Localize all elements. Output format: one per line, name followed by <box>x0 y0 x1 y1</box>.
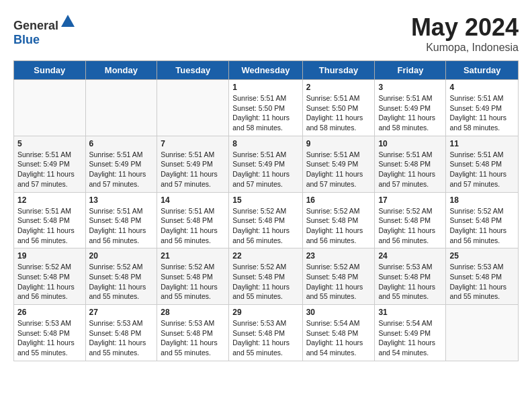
logo: General Blue <box>13 13 76 47</box>
logo-general: General <box>13 19 58 32</box>
calendar-cell: 14Sunrise: 5:51 AM Sunset: 5:48 PM Dayli… <box>157 192 229 248</box>
calendar-cell: 28Sunrise: 5:53 AM Sunset: 5:48 PM Dayli… <box>157 305 229 361</box>
calendar-week-row: 12Sunrise: 5:51 AM Sunset: 5:48 PM Dayli… <box>14 192 519 248</box>
calendar-week-row: 5Sunrise: 5:51 AM Sunset: 5:49 PM Daylig… <box>14 136 519 192</box>
calendar-cell: 15Sunrise: 5:52 AM Sunset: 5:48 PM Dayli… <box>229 192 302 248</box>
weekday-header: Wednesday <box>229 61 302 80</box>
day-info: Sunrise: 5:53 AM Sunset: 5:48 PM Dayligh… <box>449 262 515 302</box>
calendar-cell <box>85 80 157 136</box>
day-info: Sunrise: 5:52 AM Sunset: 5:48 PM Dayligh… <box>232 262 298 302</box>
calendar-cell <box>14 80 86 136</box>
day-number: 27 <box>89 308 154 317</box>
calendar-cell: 18Sunrise: 5:52 AM Sunset: 5:48 PM Dayli… <box>446 192 519 248</box>
day-number: 3 <box>378 83 442 92</box>
calendar-week-row: 1Sunrise: 5:51 AM Sunset: 5:50 PM Daylig… <box>14 80 519 136</box>
day-info: Sunrise: 5:52 AM Sunset: 5:48 PM Dayligh… <box>89 262 154 302</box>
day-number: 23 <box>306 251 371 261</box>
calendar-cell: 17Sunrise: 5:52 AM Sunset: 5:48 PM Dayli… <box>375 192 446 248</box>
day-number: 17 <box>378 195 442 205</box>
weekday-header: Monday <box>85 61 157 80</box>
weekday-header: Friday <box>375 61 446 80</box>
day-info: Sunrise: 5:51 AM Sunset: 5:49 PM Dayligh… <box>89 150 154 189</box>
day-number: 24 <box>378 251 442 261</box>
calendar-cell: 16Sunrise: 5:52 AM Sunset: 5:48 PM Dayli… <box>302 192 375 248</box>
day-number: 26 <box>17 308 82 317</box>
calendar-cell: 22Sunrise: 5:52 AM Sunset: 5:48 PM Dayli… <box>229 248 302 305</box>
weekday-header: Thursday <box>302 61 375 80</box>
calendar-cell: 29Sunrise: 5:53 AM Sunset: 5:48 PM Dayli… <box>229 305 302 361</box>
day-number: 22 <box>232 251 298 261</box>
day-info: Sunrise: 5:52 AM Sunset: 5:48 PM Dayligh… <box>17 262 82 302</box>
day-info: Sunrise: 5:51 AM Sunset: 5:48 PM Dayligh… <box>89 206 154 246</box>
day-number: 6 <box>89 139 154 148</box>
day-info: Sunrise: 5:53 AM Sunset: 5:48 PM Dayligh… <box>232 318 298 358</box>
calendar-cell <box>157 80 229 136</box>
day-number: 9 <box>306 139 371 148</box>
day-number: 25 <box>449 251 515 261</box>
day-number: 18 <box>449 195 515 205</box>
calendar-cell: 13Sunrise: 5:51 AM Sunset: 5:48 PM Dayli… <box>85 192 157 248</box>
calendar-cell: 6Sunrise: 5:51 AM Sunset: 5:49 PM Daylig… <box>85 136 157 192</box>
day-number: 14 <box>161 195 225 205</box>
day-number: 10 <box>378 139 442 148</box>
calendar-cell: 23Sunrise: 5:52 AM Sunset: 5:48 PM Dayli… <box>302 248 375 305</box>
day-number: 31 <box>378 308 442 317</box>
day-info: Sunrise: 5:51 AM Sunset: 5:50 PM Dayligh… <box>306 93 371 133</box>
day-info: Sunrise: 5:52 AM Sunset: 5:48 PM Dayligh… <box>161 262 225 302</box>
calendar-cell: 20Sunrise: 5:52 AM Sunset: 5:48 PM Dayli… <box>85 248 157 305</box>
calendar-cell: 2Sunrise: 5:51 AM Sunset: 5:50 PM Daylig… <box>302 80 375 136</box>
calendar-cell: 3Sunrise: 5:51 AM Sunset: 5:49 PM Daylig… <box>375 80 446 136</box>
calendar-cell: 12Sunrise: 5:51 AM Sunset: 5:48 PM Dayli… <box>14 192 86 248</box>
day-info: Sunrise: 5:52 AM Sunset: 5:48 PM Dayligh… <box>232 206 298 246</box>
weekday-header: Saturday <box>446 61 519 80</box>
calendar-cell: 7Sunrise: 5:51 AM Sunset: 5:49 PM Daylig… <box>157 136 229 192</box>
day-number: 29 <box>232 308 298 317</box>
day-number: 13 <box>89 195 154 205</box>
logo-blue: Blue <box>13 33 40 46</box>
calendar-cell: 1Sunrise: 5:51 AM Sunset: 5:50 PM Daylig… <box>229 80 302 136</box>
calendar-table: SundayMondayTuesdayWednesdayThursdayFrid… <box>13 60 519 361</box>
day-info: Sunrise: 5:51 AM Sunset: 5:49 PM Dayligh… <box>306 150 371 189</box>
calendar-cell: 19Sunrise: 5:52 AM Sunset: 5:48 PM Dayli… <box>14 248 86 305</box>
calendar-cell: 11Sunrise: 5:51 AM Sunset: 5:48 PM Dayli… <box>446 136 519 192</box>
day-info: Sunrise: 5:52 AM Sunset: 5:48 PM Dayligh… <box>449 206 515 246</box>
day-number: 11 <box>449 139 515 148</box>
day-info: Sunrise: 5:53 AM Sunset: 5:48 PM Dayligh… <box>17 318 82 358</box>
day-number: 7 <box>161 139 225 148</box>
day-info: Sunrise: 5:51 AM Sunset: 5:49 PM Dayligh… <box>17 150 82 189</box>
calendar-cell: 25Sunrise: 5:53 AM Sunset: 5:48 PM Dayli… <box>446 248 519 305</box>
calendar-cell: 5Sunrise: 5:51 AM Sunset: 5:49 PM Daylig… <box>14 136 86 192</box>
day-info: Sunrise: 5:51 AM Sunset: 5:48 PM Dayligh… <box>161 206 225 246</box>
day-info: Sunrise: 5:51 AM Sunset: 5:48 PM Dayligh… <box>449 150 515 189</box>
day-number: 1 <box>232 83 298 92</box>
calendar-week-row: 26Sunrise: 5:53 AM Sunset: 5:48 PM Dayli… <box>14 305 519 361</box>
calendar-cell: 24Sunrise: 5:53 AM Sunset: 5:48 PM Dayli… <box>375 248 446 305</box>
calendar-cell: 30Sunrise: 5:54 AM Sunset: 5:48 PM Dayli… <box>302 305 375 361</box>
calendar-cell: 21Sunrise: 5:52 AM Sunset: 5:48 PM Dayli… <box>157 248 229 305</box>
day-info: Sunrise: 5:52 AM Sunset: 5:48 PM Dayligh… <box>306 262 371 302</box>
day-info: Sunrise: 5:54 AM Sunset: 5:49 PM Dayligh… <box>378 318 442 358</box>
weekday-header: Sunday <box>14 61 86 80</box>
day-number: 16 <box>306 195 371 205</box>
calendar-cell: 31Sunrise: 5:54 AM Sunset: 5:49 PM Dayli… <box>375 305 446 361</box>
calendar-cell: 4Sunrise: 5:51 AM Sunset: 5:49 PM Daylig… <box>446 80 519 136</box>
calendar-cell <box>446 305 519 361</box>
day-info: Sunrise: 5:51 AM Sunset: 5:49 PM Dayligh… <box>161 150 225 189</box>
day-number: 20 <box>89 251 154 261</box>
calendar-week-row: 19Sunrise: 5:52 AM Sunset: 5:48 PM Dayli… <box>14 248 519 305</box>
day-info: Sunrise: 5:53 AM Sunset: 5:48 PM Dayligh… <box>89 318 154 358</box>
day-number: 8 <box>232 139 298 148</box>
title-area: May 2024 Kumopa, Indonesia <box>411 13 519 54</box>
day-info: Sunrise: 5:52 AM Sunset: 5:48 PM Dayligh… <box>306 206 371 246</box>
day-number: 30 <box>306 308 371 317</box>
day-number: 15 <box>232 195 298 205</box>
svg-marker-0 <box>61 15 75 27</box>
day-number: 4 <box>449 83 515 92</box>
calendar-cell: 26Sunrise: 5:53 AM Sunset: 5:48 PM Dayli… <box>14 305 86 361</box>
day-number: 28 <box>161 308 225 317</box>
month-title: May 2024 <box>411 13 519 42</box>
day-number: 12 <box>17 195 82 205</box>
day-number: 2 <box>306 83 371 92</box>
day-info: Sunrise: 5:51 AM Sunset: 5:49 PM Dayligh… <box>449 93 515 133</box>
weekday-header-row: SundayMondayTuesdayWednesdayThursdayFrid… <box>14 61 519 80</box>
